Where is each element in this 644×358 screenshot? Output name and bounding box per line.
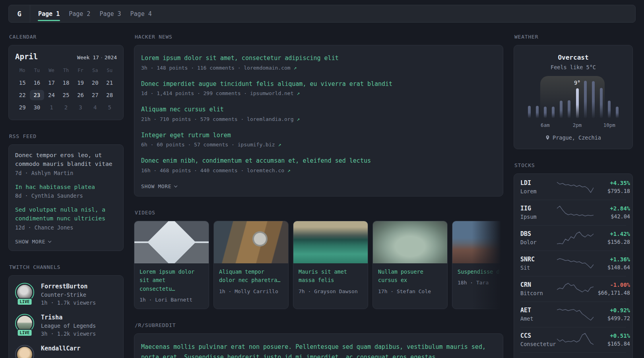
video-thumbnail[interactable] <box>214 221 288 263</box>
stock-price: $156.28 <box>594 239 630 245</box>
news-item-domain-link[interactable]: ipsumworld.net ↗ <box>250 90 300 96</box>
stock-row[interactable]: CCS Consectetur +0.51% $165.84 <box>520 327 626 353</box>
video-card[interactable]: Aliquam tempor dolor nec pharetra… 1h · … <box>213 221 289 309</box>
rss-item-meta: 8d · Cynthia Saunders <box>15 193 117 199</box>
hn-show-more-label: SHOW MORE <box>141 183 171 189</box>
twitch-channel-name[interactable]: Trisha <box>41 314 96 321</box>
news-item-domain-link[interactable]: loremtech.co ↗ <box>247 167 291 173</box>
stock-ticker: IIG <box>520 205 557 212</box>
stock-id: LDI Lorem <box>520 179 557 195</box>
stock-price: $499.72 <box>594 315 630 321</box>
news-item-title[interactable]: Aliquam nec cursus elit <box>141 105 496 114</box>
video-title[interactable]: Nullam posuere cursus ex <box>378 268 442 285</box>
news-item-title[interactable]: Integer eget rutrum lorem <box>141 131 496 140</box>
tab-page-1[interactable]: Page 1 <box>34 5 64 22</box>
stock-row[interactable]: AET Amet +0.92% $499.72 <box>520 302 626 327</box>
stock-row[interactable]: IIG Ipsum +2.84% $42.04 <box>520 200 626 226</box>
news-item: Donec enim nibh, condimentum et accumsan… <box>141 156 496 173</box>
video-thumbnail[interactable] <box>134 221 209 263</box>
twitch-avatar-wrap <box>15 345 34 358</box>
weather-bars <box>525 81 621 118</box>
video-title[interactable]: Suspendisse diam <box>458 268 503 276</box>
stock-row[interactable]: AHS +0.46% <box>520 353 626 358</box>
twitch-channel-row[interactable]: LIVE Trisha League of Legends 3h · 1.2k … <box>15 314 117 337</box>
news-item-title[interactable]: Maecenas mollis pulvinar erat non posuer… <box>141 342 496 358</box>
calendar-section-title: CALENDAR <box>9 34 124 40</box>
news-item-domain-link[interactable]: loremdomain.com ↗ <box>244 65 297 71</box>
tab-page-4[interactable]: Page 4 <box>126 5 156 22</box>
news-item-domain-link[interactable]: ipsumify.biz ↗ <box>238 142 281 148</box>
stock-row[interactable]: DBS Dolor +1.42% $156.28 <box>520 226 626 251</box>
news-item-meta-text: 16h · 468 points · 440 comments · <box>141 167 247 173</box>
news-item-title[interactable]: Donec enim nibh, condimentum et accumsan… <box>141 156 496 165</box>
video-card[interactable]: Lorem ipsum dolor sit amet consectetu… 1… <box>134 221 209 309</box>
tab-page-2[interactable]: Page 2 <box>64 5 95 22</box>
twitch-channel-name[interactable]: ForrestBurton <box>41 283 96 290</box>
calendar-week-label: Week 17 <box>77 54 99 60</box>
twitch-channel-row[interactable]: LIVE ForrestBurton Counter-Strike 1h · 1… <box>15 283 117 306</box>
location-pin-icon <box>545 135 550 140</box>
rss-item-title[interactable]: Donec tempor eros leo, ut commodo mauris… <box>15 151 117 169</box>
stock-change-percent: +1.42% <box>594 231 630 237</box>
rss-item[interactable]: Sed volutpat nulla nisl, a condimentum n… <box>15 206 117 231</box>
video-thumbnail[interactable] <box>293 221 368 263</box>
calendar-day: 15 <box>15 78 30 88</box>
stock-change-percent: +4.35% <box>594 180 630 186</box>
video-title[interactable]: Aliquam tempor dolor nec pharetra… <box>219 268 283 285</box>
weather-bar <box>560 101 563 118</box>
news-item-domain-link[interactable]: loremlandia.org ↗ <box>247 116 300 122</box>
video-thumbnail[interactable] <box>373 221 447 263</box>
stock-sparkline <box>557 256 594 271</box>
weather-hour-label: 6am <box>541 122 550 128</box>
stock-row[interactable]: SNRC Sit +1.36% $148.64 <box>520 251 626 276</box>
rss-item-meta: 7d · Ashlyn Martin <box>15 170 117 176</box>
sparkline-chart <box>557 179 594 195</box>
calendar-weekday: Fr <box>73 68 88 76</box>
videos-carousel: Lorem ipsum dolor sit amet consectetu… 1… <box>134 221 503 309</box>
video-card[interactable]: Nullam posuere cursus ex 17h · Stefan Co… <box>372 221 448 309</box>
stock-id: CRN Bitcorn <box>520 281 557 296</box>
news-item-domain: ipsumworld.net <box>250 90 294 96</box>
video-title[interactable]: Mauris sit amet massa felis <box>299 268 363 285</box>
video-meta: 18h · Tara <box>458 280 503 286</box>
rss-show-more-label: SHOW MORE <box>15 239 45 245</box>
calendar-week-year: Week 17·2024 <box>77 54 117 60</box>
app-logo[interactable]: G <box>9 5 30 22</box>
twitch-channel-row[interactable]: KendallCarr <box>15 345 117 358</box>
rss-item-title[interactable]: In hac habitasse platea <box>15 183 117 192</box>
rss-item-title[interactable]: Sed volutpat nulla nisl, a condimentum n… <box>15 206 117 223</box>
twitch-channel-name[interactable]: KendallCarr <box>41 345 80 352</box>
weather-location: Prague, Czechia <box>520 134 626 141</box>
stock-ticker: AET <box>520 307 557 314</box>
stock-ticker: CRN <box>520 281 557 288</box>
rss-item[interactable]: Donec tempor eros leo, ut commodo mauris… <box>15 151 117 176</box>
stock-sparkline <box>557 307 594 322</box>
rss-item[interactable]: In hac habitasse platea 8d · Cynthia Sau… <box>15 183 117 199</box>
tab-page-3[interactable]: Page 3 <box>95 5 125 22</box>
news-item-domain: loremtech.co <box>247 167 284 173</box>
external-link-arrow-icon: ↗ <box>278 142 281 148</box>
video-card[interactable]: Mauris sit amet massa felis 7h · Grayson… <box>293 221 368 309</box>
sparkline-chart <box>557 256 594 271</box>
news-item-domain: ipsumify.biz <box>238 142 275 148</box>
stock-row[interactable]: CRN Bitcorn -1.00% $66,171.48 <box>520 276 626 302</box>
calendar-day: 16 <box>30 78 45 88</box>
calendar-weekday: Mo <box>15 68 30 76</box>
twitch-avatar-wrap: LIVE <box>15 283 34 302</box>
news-item-title[interactable]: Donec imperdiet augue tincidunt felis al… <box>141 80 496 89</box>
video-card[interactable]: Suspendisse diam 18h · Tara <box>452 221 503 309</box>
stock-change-percent: +0.51% <box>594 333 630 339</box>
video-title[interactable]: Lorem ipsum dolor sit amet consectetu… <box>140 268 204 294</box>
weather-hour-label: 10pm <box>603 122 615 128</box>
subreddit-list: Maecenas mollis pulvinar erat non posuer… <box>141 342 496 358</box>
weather-hour-label: 2pm <box>573 122 582 128</box>
stock-row[interactable]: LDI Lorem +4.35% $795.18 <box>520 175 626 200</box>
twitch-channel-info: KendallCarr <box>41 345 80 358</box>
weather-bar <box>568 100 570 118</box>
video-thumbnail[interactable] <box>452 221 503 263</box>
rss-section: RSS FEED Donec tempor eros leo, ut commo… <box>8 133 124 251</box>
news-item-title[interactable]: Lorem ipsum dolor sit amet, consectetur … <box>141 54 496 63</box>
stock-sparkline <box>557 332 594 347</box>
hn-show-more-button[interactable]: SHOW MORE <box>141 183 177 189</box>
rss-show-more-button[interactable]: SHOW MORE <box>15 239 51 245</box>
